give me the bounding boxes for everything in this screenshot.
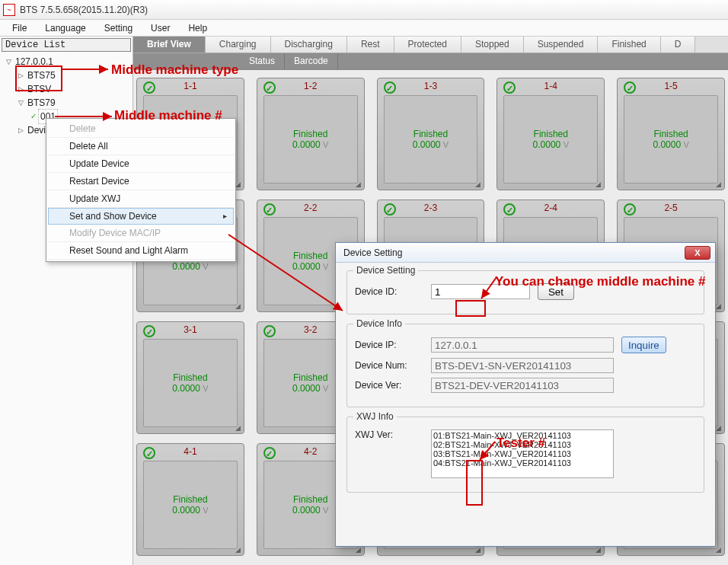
channel-value: 0.0000 V [292,505,328,516]
tab-rest[interactable]: Rest [347,37,394,53]
channel-cell[interactable]: 3-1✓Finished0.0000 V◢ [136,321,244,434]
tab-suspended[interactable]: Suspended [524,37,599,53]
channel-inner: Finished0.0000 V [143,339,238,427]
tree-bts75[interactable]: BTS75 [6,69,129,82]
tab-charging[interactable]: Charging [206,37,271,53]
tab-stopped[interactable]: Stopped [461,37,524,53]
expand-icon[interactable] [6,55,14,69]
ctx-delete-all[interactable]: Delete All [48,138,234,155]
channel-status: Finished [413,129,448,139]
channel-cell[interactable]: 1-3✓Finished0.0000 V◢ [377,78,485,190]
tab-discharging[interactable]: Discharging [271,37,347,53]
dialog-close-button[interactable]: X [685,246,710,260]
tree-label: BTS75 [27,69,56,82]
menu-setting[interactable]: Setting [97,21,140,35]
channel-value: 0.0000 V [172,383,208,394]
tree-bts79[interactable]: BTS79 [6,96,129,110]
device-ver-field [431,378,614,393]
resize-grip-icon: ◢ [235,546,241,554]
menu-language[interactable]: Language [37,21,93,35]
list-item[interactable]: 01:BTS21-Main-XWJ_VER20141103 [433,431,611,440]
menu-user[interactable]: User [143,21,177,35]
expand-icon[interactable] [18,69,26,82]
channel-status: Finished [293,251,327,261]
channel-cell[interactable]: 1-2✓Finished0.0000 V◢ [257,78,365,190]
channel-inner: Finished0.0000 V [384,95,478,184]
channel-status: Finished [173,372,207,383]
xwj-ver-label: XWJ Ver: [355,429,423,440]
group-title: Device Info [353,318,405,329]
tree-btsv[interactable]: BTSV [6,82,129,96]
tab-d[interactable]: D [661,37,696,53]
group-device-info: Device Info Device IP: Inquire Device Nu… [346,324,704,407]
window-title: BTS 7.5.5.658(2015.11.20)(R3) [20,5,148,15]
channel-value: 0.0000 V [292,139,328,150]
channel-value: 0.0000 V [292,261,328,272]
list-item[interactable]: 04:BTS21-Main-XWJ_VER20141103 [433,458,611,468]
list-item[interactable]: 02:BTS21-Main-XWJ_VER20141103 [433,440,611,449]
menu-help[interactable]: Help [180,21,215,35]
menubar: File Language Setting User Help [0,20,728,37]
channel-inner: Finished0.0000 V [143,461,238,549]
list-item[interactable]: 03:BTS21-Main-XWJ_VER20141103 [433,449,611,458]
ctx-restart-device[interactable]: Restart Device [48,173,234,190]
channel-status: Finished [293,129,327,139]
menu-file[interactable]: File [5,21,34,35]
ctx-delete[interactable]: Delete [48,120,234,138]
resize-grip-icon: ◢ [716,180,721,188]
channel-status: Finished [173,494,207,505]
xwj-ver-list[interactable]: 01:BTS21-Main-XWJ_VER2014110302:BTS21-Ma… [431,429,614,478]
resize-grip-icon: ◢ [356,546,361,554]
resize-grip-icon: ◢ [716,424,721,432]
device-id-input[interactable] [431,284,530,299]
expand-icon[interactable] [18,96,26,110]
group-xwj-info: XWJ Info XWJ Ver: 01:BTS21-Main-XWJ_VER2… [346,417,704,493]
ctx-update-xwj[interactable]: Update XWJ [48,190,234,208]
sub-tabs: Status Barcode [133,53,728,70]
ctx-set-show-device[interactable]: Set and Show Device [48,208,234,225]
tab-protected[interactable]: Protected [394,37,461,53]
check-icon: ✓ [624,203,636,215]
resize-grip-icon: ◢ [716,302,721,310]
inquire-button[interactable]: Inquire [621,337,666,353]
subtab-barcode[interactable]: Barcode [285,53,338,69]
check-icon: ✓ [263,325,276,337]
set-button[interactable]: Set [538,283,574,300]
tab-brief-view[interactable]: Brief View [133,37,206,53]
tab-finished[interactable]: Finished [598,37,660,53]
expand-icon[interactable] [18,82,26,96]
channel-status: Finished [534,129,568,139]
channel-cell[interactable]: 1-4✓Finished0.0000 V◢ [497,78,605,190]
device-ver-label: Device Ver: [355,380,423,391]
tree-label: Devi [27,123,46,137]
channel-status: Finished [293,372,327,383]
ctx-reset-alarm[interactable]: Reset Sound and Light Alarm [48,242,234,260]
tree-root-label: 127.0.0.1 [15,55,53,69]
view-tabs: Brief View Charging Discharging Rest Pro… [133,37,728,53]
tree-label: BTS79 [27,96,56,110]
device-num-label: Device Num: [355,360,423,371]
channel-cell[interactable]: 4-1✓Finished0.0000 V◢ [136,443,244,556]
check-icon: ✓ [503,81,516,94]
context-menu: Delete Delete All Update Device Restart … [46,118,236,262]
resize-grip-icon: ◢ [475,180,481,188]
device-id-label: Device ID: [355,286,423,297]
expand-icon[interactable] [18,123,26,137]
ctx-modify-mac-ip[interactable]: Modify Device MAC/IP [48,225,234,242]
subtab-status[interactable]: Status [240,53,285,69]
group-device-setting: Device Setting Device ID: Set [346,270,704,314]
device-num-field [431,358,614,373]
check-icon: ✓ [143,325,155,337]
device-setting-dialog: Device Setting X Device Setting Device I… [335,242,716,547]
dialog-titlebar[interactable]: Device Setting X [336,243,715,263]
channel-inner: Finished0.0000 V [503,95,598,184]
check-icon: ✓ [263,81,276,94]
ctx-update-device[interactable]: Update Device [48,155,234,173]
check-icon: ✓ [503,203,516,215]
resize-grip-icon: ◢ [235,424,241,432]
channel-value: 0.0000 V [533,139,569,150]
tree-label: BTSV [27,82,51,96]
channel-cell[interactable]: 1-5✓Finished0.0000 V◢ [617,78,725,190]
tree-root[interactable]: 127.0.0.1 [6,55,129,69]
check-icon: ✓ [624,81,636,94]
